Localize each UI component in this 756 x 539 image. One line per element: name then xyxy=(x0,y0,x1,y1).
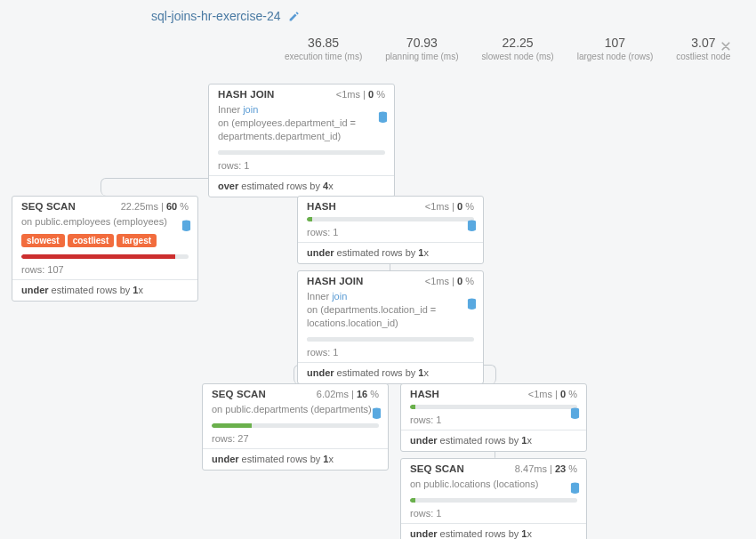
rows-line: rows: 107 xyxy=(12,262,197,279)
node-detail: Inner join on (departments.location_id =… xyxy=(298,290,483,335)
estimate-line: under estimated rows by 1x xyxy=(401,430,586,451)
plan-node-hash-1[interactable]: HASH <1ms | 0 % rows: 1 under estimated … xyxy=(297,196,484,264)
node-title: HASH xyxy=(307,201,336,212)
estimate-line: under estimated rows by 1x xyxy=(298,363,483,383)
rows-line: rows: 27 xyxy=(203,431,388,448)
metrics-row: 36.85 execution time (ms) 70.93 planning… xyxy=(285,36,730,61)
node-title: SEQ SCAN xyxy=(212,389,266,399)
metric-exec-time: 36.85 execution time (ms) xyxy=(285,36,362,61)
edit-icon[interactable] xyxy=(288,11,300,22)
rows-line: rows: 1 xyxy=(401,413,586,430)
database-icon xyxy=(570,407,580,419)
plan-node-seqscan-departments[interactable]: SEQ SCAN 6.02ms | 16 % on public.departm… xyxy=(202,383,389,471)
node-title: SEQ SCAN xyxy=(21,201,76,212)
plan-node-seqscan-locations[interactable]: SEQ SCAN 8.47ms | 23 % on public.locatio… xyxy=(400,458,587,539)
database-icon xyxy=(372,407,382,419)
estimate-line: under estimated rows by 1x xyxy=(12,280,197,301)
rows-line: rows: 1 xyxy=(298,225,483,242)
estimate-line: under estimated rows by 1x xyxy=(203,449,388,470)
tags: slowest costliest largest xyxy=(12,234,197,253)
join-link[interactable]: join xyxy=(332,291,347,302)
database-icon xyxy=(467,298,477,310)
node-detail: on public.locations (locations) xyxy=(401,478,586,496)
join-link[interactable]: join xyxy=(243,104,258,115)
database-icon xyxy=(181,220,191,231)
node-title: HASH JOIN xyxy=(307,276,364,286)
database-icon xyxy=(467,220,477,231)
node-title: SEQ SCAN xyxy=(410,463,464,474)
node-detail: on public.employees (employees) xyxy=(12,215,197,234)
node-detail: Inner join on (employees.department_id =… xyxy=(209,103,394,149)
plan-node-hash-join-2[interactable]: HASH JOIN <1ms | 0 % Inner join on (depa… xyxy=(297,270,484,384)
estimate-line: under estimated rows by 1x xyxy=(298,243,483,263)
node-title: HASH xyxy=(410,389,439,399)
node-meta: 22.25ms | 60 % xyxy=(121,201,189,212)
estimate-line: under estimated rows by 1x xyxy=(401,524,586,539)
node-meta: <1ms | 0 % xyxy=(425,201,474,212)
rows-line: rows: 1 xyxy=(298,345,483,362)
plan-node-hash-2[interactable]: HASH <1ms | 0 % rows: 1 under estimated … xyxy=(400,383,587,452)
rows-line: rows: 1 xyxy=(209,158,394,175)
node-title: HASH JOIN xyxy=(218,89,275,100)
node-meta: 6.02ms | 16 % xyxy=(317,389,379,399)
tag-slowest: slowest xyxy=(21,234,65,247)
metric-costliest-node: 3.07 costliest node xyxy=(676,36,730,61)
metric-slowest-node: 22.25 slowest node (ms) xyxy=(482,36,554,61)
plan-node-seqscan-employees[interactable]: SEQ SCAN 22.25ms | 60 % on public.employ… xyxy=(12,196,198,302)
tag-largest: largest xyxy=(117,234,157,247)
plan-node-hash-join-root[interactable]: HASH JOIN <1ms | 0 % Inner join on (empl… xyxy=(208,84,395,197)
page-title: sql-joins-hr-exercise-24 xyxy=(151,9,281,23)
node-meta: 8.47ms | 23 % xyxy=(515,463,577,474)
database-icon xyxy=(570,482,580,494)
rows-line: rows: 1 xyxy=(401,506,586,523)
estimate-line: over estimated rows by 4x xyxy=(209,176,394,197)
node-meta: <1ms | 0 % xyxy=(425,276,474,286)
tag-costliest: costliest xyxy=(68,234,115,247)
metric-planning-time: 70.93 planning time (ms) xyxy=(385,36,458,61)
node-meta: <1ms | 0 % xyxy=(336,89,385,100)
metric-largest-node: 107 largest node (rows) xyxy=(577,36,654,61)
node-detail: on public.departments (departments) xyxy=(203,403,388,422)
node-meta: <1ms | 0 % xyxy=(528,389,577,399)
database-icon xyxy=(378,111,388,123)
